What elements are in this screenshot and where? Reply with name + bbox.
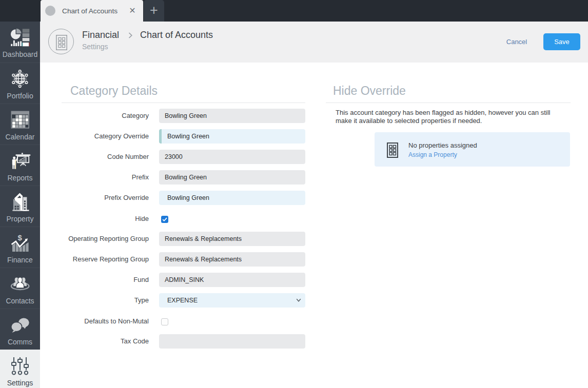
svg-text:$: $ xyxy=(18,233,23,242)
